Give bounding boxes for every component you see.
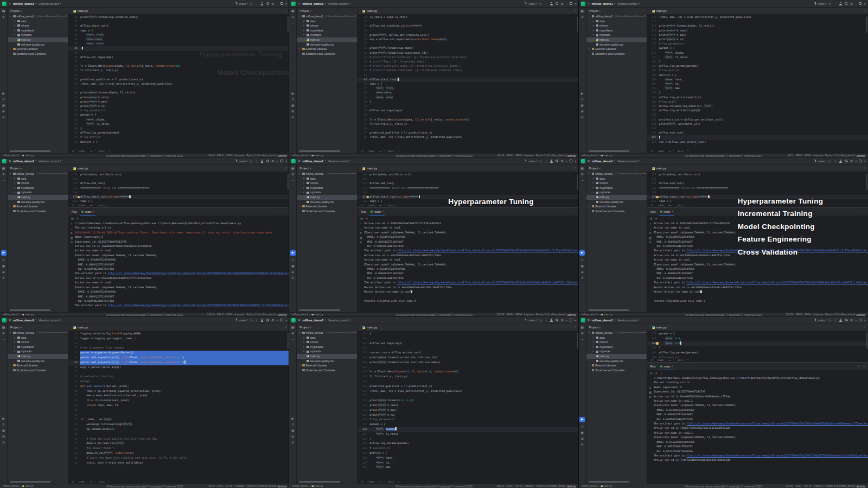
services-tool-icon[interactable]: ▣: [291, 264, 295, 268]
terminal-tool-icon[interactable]: ⊞: [2, 270, 5, 274]
run-hide-icon[interactable]: –: [863, 365, 865, 368]
project-panel-header[interactable]: Project▾: [8, 324, 68, 331]
editor-scrollbar[interactable]: [577, 333, 578, 349]
search-icon[interactable]: [555, 160, 558, 163]
more-actions-icon[interactable]: ⋮: [255, 160, 258, 163]
tree-file-red-wine-quality.csv[interactable]: red-wine-quality.csv: [297, 200, 357, 205]
more-tools-icon[interactable]: ⋯: [291, 338, 295, 341]
hamburger-menu-icon[interactable]: ≡: [298, 159, 300, 163]
console-more-icon[interactable]: ⋮: [370, 217, 373, 220]
project-tool-icon[interactable]: ▤: [580, 9, 584, 12]
run-button[interactable]: ▷: [829, 2, 832, 5]
git-branch-button[interactable]: main▾: [814, 2, 827, 5]
settings-gear-icon[interactable]: ⚙: [560, 2, 563, 5]
commit-tool-icon[interactable]: ⊕: [2, 15, 5, 18]
project-panel-header[interactable]: Project▾: [297, 324, 357, 331]
run-button[interactable]: ▷: [540, 160, 542, 163]
hamburger-menu-icon[interactable]: ≡: [298, 2, 300, 5]
services-tool-icon[interactable]: ▣: [580, 264, 584, 268]
tree-folder-data[interactable]: ▸data: [586, 176, 647, 181]
intention-bulb-icon[interactable]: [656, 196, 659, 199]
tree-file-main.py[interactable]: main.py: [586, 37, 647, 42]
tree-root-mlflow_demo1[interactable]: ▾mlflow_demo1C:\Users\Neeraav\PycharmPro…: [586, 14, 647, 19]
tab-main-py[interactable]: main.py: [71, 165, 90, 172]
minimize-button[interactable]: –: [276, 160, 278, 163]
tree-folder-myartifacts[interactable]: ▸myartifacts: [8, 28, 68, 33]
problems-tool-icon[interactable]: ⊘: [291, 441, 294, 444]
user-icon[interactable]: [260, 2, 264, 5]
project-tool-icon[interactable]: ▤: [291, 9, 295, 12]
terminal-tool-icon[interactable]: ⊞: [581, 270, 584, 274]
close-button[interactable]: ×: [575, 2, 577, 5]
more-actions-icon[interactable]: ⋮: [834, 160, 837, 163]
project-panel-header[interactable]: Project▾: [586, 165, 647, 172]
minimize-button[interactable]: –: [276, 319, 278, 322]
tab-main-py[interactable]: main.py: [71, 324, 90, 331]
console-more-icon[interactable]: ⋮: [81, 217, 84, 220]
problems-tool-icon[interactable]: ⊘: [291, 276, 294, 280]
tree-folder-myartifacts[interactable]: ▸myartifacts: [8, 345, 68, 350]
scroll-down-icon[interactable]: ↓: [360, 227, 362, 230]
tree-file-main.py[interactable]: main.py: [8, 354, 68, 359]
tree-scratches[interactable]: Scratches and Consoles: [8, 52, 68, 56]
vcs-menu[interactable]: Version control▾: [39, 319, 61, 322]
tree-folder-data[interactable]: ▸data: [297, 19, 357, 24]
soft-wrap-icon[interactable]: ≡: [649, 386, 651, 389]
minimize-button[interactable]: –: [855, 319, 857, 322]
terminal-tool-icon[interactable]: ⊞: [291, 270, 294, 274]
artifact-path-link[interactable]: file:///C:/Users/Neeraav/PycharmProjects…: [397, 281, 579, 284]
project-scrollbar[interactable]: [10, 150, 50, 152]
scroll-up-icon[interactable]: ↑: [71, 223, 73, 225]
scroll-down-icon[interactable]: ↓: [71, 227, 73, 230]
project-panel-header[interactable]: Project▾: [297, 8, 357, 14]
terminal-tool-icon[interactable]: ⊞: [581, 437, 584, 440]
tree-folder-mytracks[interactable]: ▸mytracks: [8, 349, 68, 354]
close-button[interactable]: ×: [575, 160, 577, 163]
soft-wrap-icon[interactable]: ≡: [71, 232, 73, 235]
tree-folder-mlruns[interactable]: ▸mlruns: [586, 23, 647, 28]
tree-file-red-wine-quality.csv[interactable]: red-wine-quality.csv: [586, 42, 647, 47]
artifact-path-link[interactable]: file:///C:/Users/Neeraav/PycharmProjects…: [686, 454, 868, 457]
tree-root-mlflow_demo1[interactable]: ▾mlflow_demo1C:\Users\Neeraav\PycharmPro…: [297, 331, 357, 335]
stop-icon[interactable]: ■: [76, 217, 78, 220]
tree-root-mlflow_demo1[interactable]: ▾mlflow_demo1C:\Users\Neeraav\PycharmPro…: [8, 14, 68, 19]
project-scrollbar[interactable]: [589, 150, 629, 152]
vcs-menu[interactable]: Version control▾: [617, 319, 640, 322]
user-icon[interactable]: [839, 319, 843, 322]
tree-folder-myartifacts[interactable]: ▸myartifacts: [297, 28, 357, 33]
debug-tool-icon[interactable]: ⊙: [291, 98, 294, 101]
tree-folder-data[interactable]: ▸data: [8, 176, 68, 181]
clear-console-icon[interactable]: ⊘: [71, 241, 73, 244]
tree-file-main.py[interactable]: main.py: [297, 195, 357, 200]
settings-gear-icon[interactable]: ⚙: [560, 319, 563, 322]
project-tool-icon[interactable]: ▤: [2, 167, 5, 170]
tree-root-mlflow_demo1[interactable]: ▾mlflow_demo1C:\Users\Neeraav\PycharmPro…: [8, 331, 68, 335]
maximize-button[interactable]: [570, 319, 572, 321]
run-tool-icon[interactable]: ▶: [2, 92, 5, 95]
artifact-path-link[interactable]: file:///C:/Users/Neeraav/PycharmProjects…: [686, 281, 868, 284]
maximize-button[interactable]: [280, 160, 283, 162]
tree-external-libraries[interactable]: ▸External Libraries: [8, 204, 68, 209]
search-icon[interactable]: [555, 319, 558, 322]
tab-main-py[interactable]: main.py: [360, 8, 379, 14]
run-button[interactable]: ▷: [829, 319, 832, 322]
services-tool-icon[interactable]: ▣: [580, 104, 584, 107]
debug-tool-icon[interactable]: ⊙: [291, 258, 294, 262]
tree-file-main.py[interactable]: main.py: [586, 354, 647, 359]
tree-file-red-wine-quality.csv[interactable]: red-wine-quality.csv: [586, 200, 647, 205]
vcs-menu[interactable]: Version control▾: [328, 319, 350, 322]
project-tool-icon[interactable]: ▤: [2, 9, 5, 12]
tree-file-main.py[interactable]: main.py: [8, 195, 68, 200]
tree-folder-myartifacts[interactable]: ▸myartifacts: [586, 186, 647, 191]
tree-external-libraries[interactable]: ▸External Libraries: [586, 363, 647, 368]
tree-folder-myartifacts[interactable]: ▸myartifacts: [586, 28, 647, 33]
hamburger-menu-icon[interactable]: ≡: [9, 159, 11, 163]
clear-console-icon[interactable]: ⊘: [649, 241, 652, 244]
tree-folder-mlruns[interactable]: ▸mlruns: [297, 23, 357, 28]
hamburger-menu-icon[interactable]: ≡: [588, 159, 590, 163]
run-more-icon[interactable]: ⋮: [567, 210, 570, 213]
project-scrollbar[interactable]: [10, 481, 50, 483]
tree-scratches[interactable]: Scratches and Consoles: [586, 368, 647, 373]
minimize-button[interactable]: –: [566, 160, 567, 163]
run-button[interactable]: ▷: [540, 319, 542, 322]
